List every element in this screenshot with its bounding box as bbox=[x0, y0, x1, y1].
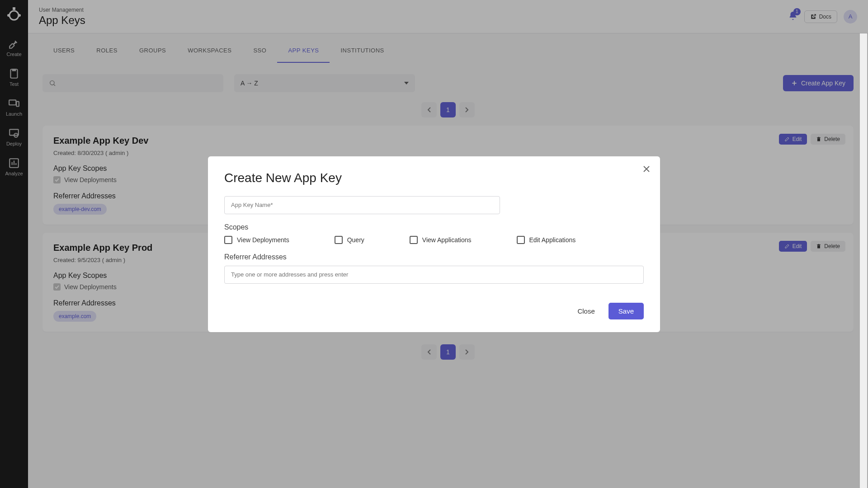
scope-label: View Applications bbox=[422, 236, 472, 244]
referrer-section-label: Referrer Addresses bbox=[224, 253, 644, 261]
scope-checkbox-view-deployments[interactable]: View Deployments bbox=[224, 236, 289, 244]
scope-checkbox-query[interactable]: Query bbox=[335, 236, 364, 244]
app-key-name-input[interactable] bbox=[224, 196, 500, 214]
scopes-section-label: Scopes bbox=[224, 223, 644, 231]
modal-backdrop[interactable]: Create New App Key Scopes View Deploymen… bbox=[0, 0, 868, 488]
scope-label: View Deployments bbox=[237, 236, 289, 244]
scope-label: Edit Applications bbox=[529, 236, 576, 244]
modal-close-button[interactable] bbox=[643, 165, 650, 174]
scope-checkbox-view-applications[interactable]: View Applications bbox=[410, 236, 472, 244]
create-app-key-modal: Create New App Key Scopes View Deploymen… bbox=[208, 156, 660, 332]
modal-close-action[interactable]: Close bbox=[569, 303, 603, 319]
modal-title: Create New App Key bbox=[224, 171, 644, 185]
checkbox-icon bbox=[224, 236, 232, 244]
modal-save-button[interactable]: Save bbox=[609, 303, 644, 319]
checkbox-icon bbox=[410, 236, 418, 244]
scope-checkbox-edit-applications[interactable]: Edit Applications bbox=[517, 236, 576, 244]
checkbox-icon bbox=[335, 236, 343, 244]
scrollbar[interactable] bbox=[860, 33, 867, 488]
close-icon bbox=[643, 165, 650, 173]
referrer-address-input[interactable] bbox=[224, 266, 644, 284]
scope-label: Query bbox=[347, 236, 364, 244]
checkbox-icon bbox=[517, 236, 525, 244]
